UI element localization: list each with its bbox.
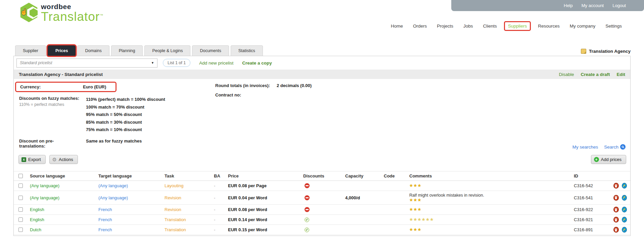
price-row: English French Translation - EUR 0.14 pe… bbox=[14, 215, 631, 225]
rating-stars: ★★★★★★ bbox=[409, 217, 571, 222]
row-checkbox[interactable] bbox=[18, 207, 23, 212]
source-language-cell[interactable]: English bbox=[29, 205, 97, 215]
disable-link[interactable]: Disable bbox=[559, 72, 574, 77]
target-language-cell[interactable]: (Any language) bbox=[97, 191, 163, 205]
tab-documents[interactable]: Documents bbox=[192, 45, 229, 56]
nav-item-suppliers[interactable]: Suppliers bbox=[508, 24, 527, 29]
nav-item-projects[interactable]: Projects bbox=[437, 24, 453, 29]
add-prices-button[interactable]: + Add prices bbox=[591, 155, 626, 164]
tab-domains[interactable]: Domains bbox=[77, 45, 109, 56]
row-checkbox[interactable] bbox=[18, 184, 23, 188]
delete-icon[interactable] bbox=[613, 195, 619, 201]
nav-item-my-company[interactable]: My company bbox=[570, 24, 596, 29]
task-cell[interactable]: Translation bbox=[163, 215, 213, 225]
row-actions bbox=[613, 207, 630, 212]
row-checkbox[interactable] bbox=[18, 196, 23, 200]
help-link[interactable]: Help bbox=[564, 3, 573, 8]
delete-icon[interactable] bbox=[613, 227, 619, 233]
source-language-cell[interactable]: English bbox=[29, 215, 97, 225]
source-language-cell[interactable]: (Any language) bbox=[29, 191, 97, 205]
comments-cell: Ralf might overlook mistakes in revision… bbox=[408, 191, 572, 205]
search-link-wrap[interactable]: Search bbox=[604, 144, 626, 150]
price-row: (Any language) (Any language) Revision -… bbox=[14, 191, 631, 205]
target-language-cell[interactable]: French bbox=[97, 215, 163, 225]
row-checkbox[interactable] bbox=[18, 217, 23, 222]
fuzzy-line: 75% match = 10% discount bbox=[86, 126, 165, 134]
context-company-name: Translation Agency bbox=[589, 49, 631, 54]
my-account-link[interactable]: My account bbox=[582, 3, 604, 8]
price-row: (Any language) (Any language) Layouting … bbox=[14, 181, 631, 191]
task-cell[interactable]: Translation bbox=[163, 225, 213, 235]
task-cell[interactable]: Layouting bbox=[163, 181, 213, 191]
target-language-cell[interactable]: French bbox=[97, 205, 163, 215]
search-link[interactable]: Search bbox=[604, 145, 618, 150]
folder-icon bbox=[581, 49, 586, 54]
fuzzy-line: 110% (perfect) match = 100% discount bbox=[86, 96, 165, 104]
edit-icon[interactable] bbox=[622, 207, 627, 212]
logout-link[interactable]: Logout bbox=[612, 3, 626, 8]
pricelist-card: Standard pricelist ▼ List 1 of 1 Add new… bbox=[13, 56, 631, 236]
task-cell[interactable]: Revision bbox=[163, 191, 213, 205]
delete-icon[interactable] bbox=[613, 217, 619, 222]
code-cell bbox=[382, 225, 408, 235]
discount-cell bbox=[302, 205, 344, 215]
comments-cell: ★★★ bbox=[408, 181, 572, 191]
row-checkbox[interactable] bbox=[18, 228, 23, 232]
id-cell: C316-891 bbox=[572, 225, 612, 235]
edit-link[interactable]: Edit bbox=[617, 72, 626, 77]
export-button[interactable]: X Export bbox=[18, 155, 46, 164]
price-cell: EUR 0.15 per Word bbox=[227, 225, 302, 235]
search-icon[interactable] bbox=[620, 144, 626, 150]
fuzzy-discounts-row: Discounts on fuzzy matches: 110% = perfe… bbox=[19, 96, 212, 134]
create-draft-link[interactable]: Create a draft bbox=[581, 72, 610, 77]
add-new-pricelist-link[interactable]: Add new pricelist bbox=[199, 60, 233, 66]
discount-cell bbox=[302, 191, 344, 205]
price-table-body: (Any language) (Any language) Layouting … bbox=[14, 181, 631, 235]
logo-wordbee-text: wordbee bbox=[41, 3, 103, 10]
edit-icon[interactable] bbox=[622, 183, 627, 189]
create-copy-link[interactable]: Create a copy bbox=[242, 60, 272, 66]
nav-item-home[interactable]: Home bbox=[391, 24, 403, 29]
actions-button[interactable]: ⚙ Actions bbox=[49, 155, 78, 164]
rating-stars: ★★★ bbox=[409, 228, 571, 232]
source-language-cell[interactable]: (Any language) bbox=[29, 181, 97, 191]
tab-prices[interactable]: Prices bbox=[48, 45, 76, 56]
delete-icon[interactable] bbox=[613, 183, 619, 189]
col-id: ID bbox=[572, 171, 612, 181]
ba-cell: - bbox=[213, 215, 227, 225]
select-all-checkbox[interactable] bbox=[18, 174, 23, 178]
tab-planning[interactable]: Planning bbox=[111, 45, 143, 56]
col-target-language: Target language bbox=[97, 171, 163, 181]
nav-item-resources[interactable]: Resources bbox=[538, 24, 560, 29]
edit-icon[interactable] bbox=[622, 227, 627, 233]
my-searches-link[interactable]: My searches bbox=[572, 145, 598, 150]
task-cell[interactable]: Revision bbox=[163, 205, 213, 215]
currency-value: Euro (EUR) bbox=[83, 84, 106, 89]
nav-item-jobs[interactable]: Jobs bbox=[463, 24, 473, 29]
ba-cell: - bbox=[213, 205, 227, 215]
ba-cell: - bbox=[213, 191, 227, 205]
chevron-down-icon: ▼ bbox=[151, 61, 154, 65]
discount-allowed-icon: ✓ bbox=[305, 228, 309, 232]
row-actions bbox=[613, 227, 630, 233]
nav-item-clients[interactable]: Clients bbox=[483, 24, 497, 29]
wordbee-logo[interactable]: wordbee Translator™ bbox=[19, 2, 103, 23]
tab-people-logins[interactable]: People & Logins bbox=[144, 45, 190, 56]
edit-icon[interactable] bbox=[622, 195, 627, 201]
tab-supplier[interactable]: Supplier bbox=[15, 45, 46, 56]
pricelist-select[interactable]: Standard pricelist ▼ bbox=[16, 58, 157, 68]
target-language-cell[interactable]: French bbox=[97, 225, 163, 235]
fuzzy-line: 100% match = 70% discount bbox=[86, 104, 165, 111]
col-task: Task bbox=[163, 171, 213, 181]
price-table: Source language Target language Task BA … bbox=[14, 171, 631, 235]
nav-item-settings[interactable]: Settings bbox=[605, 24, 622, 29]
tab-statistics[interactable]: Statistics bbox=[231, 45, 263, 56]
col-discounts: Discounts bbox=[302, 171, 344, 181]
target-language-cell[interactable]: (Any language) bbox=[97, 181, 163, 191]
source-language-cell[interactable]: Dutch bbox=[29, 225, 97, 235]
nav-item-orders[interactable]: Orders bbox=[413, 24, 427, 29]
price-cell: EUR 0.04 per Word bbox=[227, 191, 302, 205]
edit-icon[interactable] bbox=[622, 217, 627, 222]
delete-icon[interactable] bbox=[613, 207, 619, 212]
discount-cell bbox=[302, 181, 344, 191]
